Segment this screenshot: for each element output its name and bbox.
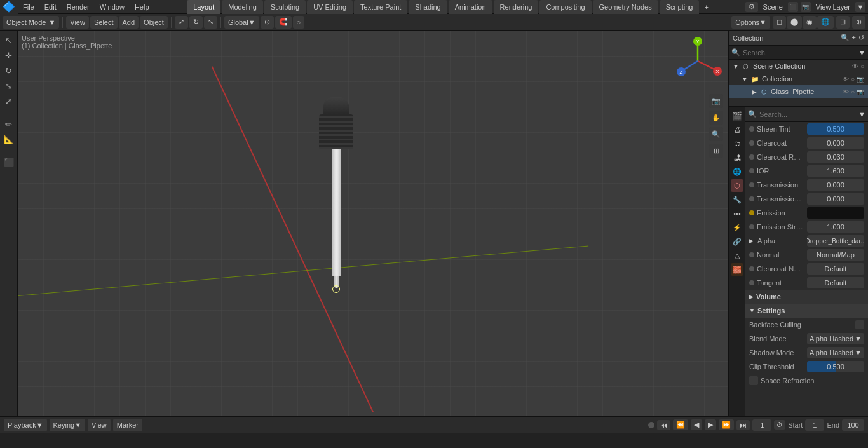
gizmo-btn[interactable]: ⊕ [852,16,865,29]
transform-scale[interactable]: ⤡ [204,16,217,29]
overlay-btn[interactable]: ⊞ [836,16,850,29]
clearcoat-normal-value[interactable]: Default [807,263,864,275]
outliner-select-circle[interactable]: ○ [860,63,864,70]
emission-strength-dot[interactable] [749,224,754,229]
view-menu[interactable]: View [66,16,89,29]
viewport-gizmo[interactable]: Y X Z [672,36,723,86]
tab-layout[interactable]: Layout [187,0,220,14]
tab-animation[interactable]: Animation [449,0,492,14]
end-frame[interactable]: 100 [842,419,864,431]
clearcoat-value[interactable]: 0.000 [807,137,864,149]
outliner-search-input[interactable] [743,49,856,57]
next-frame[interactable]: ⏩ [719,419,734,430]
prop-icon-data[interactable]: △ [731,249,743,262]
alpha-expand[interactable]: ▶ [749,238,754,244]
emission-dot[interactable] [749,210,754,215]
clearcoat-normal-dot[interactable] [749,266,754,271]
menu-edit[interactable]: Edit [39,0,62,14]
blend-mode-dropdown[interactable]: Alpha Hashed ▼ [807,333,864,344]
prop-search-input[interactable] [759,111,856,118]
tab-uv-editing[interactable]: UV Editing [307,0,353,14]
alpha-value[interactable]: Dropper_Bottle_dar... [807,235,864,247]
clearcoat-roughness-value[interactable]: 0.030 [807,151,864,163]
prop-filter-icon[interactable]: ▼ [858,111,865,118]
prop-icon-output[interactable]: 🖨 [731,123,743,136]
transform-space[interactable]: Global ▼ [224,16,259,29]
prop-icon-world[interactable]: 🌐 [731,165,743,178]
coll-circle[interactable]: ○ [851,76,855,83]
menu-render[interactable]: Render [62,0,95,14]
transmission-r-value[interactable]: 0.000 [807,193,864,205]
tool-annotate[interactable]: ✏ [2,117,16,131]
tab-geometry-nodes[interactable]: Geometry Nodes [593,0,658,14]
transform-arrows[interactable]: ⤢ [175,16,188,29]
ior-dot[interactable] [749,168,754,173]
keying-btn[interactable]: Keying ▼ [50,419,86,431]
start-frame[interactable]: 1 [805,419,824,431]
tab-modeling[interactable]: Modeling [222,0,263,14]
options-btn[interactable]: Options ▼ [731,16,770,29]
shadow-mode-dropdown[interactable]: Alpha Hashed ▼ [807,347,864,358]
timeline-area[interactable]: 0 10 20 30 40 50 60 70 80 90 100 110 120… [0,433,868,448]
tool-transform[interactable]: ⤢ [2,94,16,108]
clearcoat-roughness-dot[interactable] [749,154,754,160]
sheen-tint-value[interactable]: 0.500 [807,123,864,135]
prop-icon-scene[interactable]: 🏞 [731,151,743,164]
filter-icon[interactable]: ▼ [855,2,865,12]
prop-icon-physics[interactable]: ⚡ [731,221,743,234]
tangent-dot[interactable] [749,280,754,285]
app-icon[interactable]: 🔷 [0,0,18,14]
transmission-dot[interactable] [749,182,754,187]
add-menu[interactable]: Add [119,16,139,29]
prop-icon-object[interactable]: ⬡ [731,179,743,192]
proportional-btn[interactable]: ○ [293,16,305,29]
tool-rotate[interactable]: ↻ [2,64,16,78]
prop-icon-render[interactable]: 🎬 [731,109,743,122]
prop-icon-modifier[interactable]: 🔧 [731,193,743,206]
clip-threshold-slider[interactable]: 0.500 [807,361,864,372]
clearcoat-dot[interactable] [749,140,754,146]
outliner-add[interactable]: + [852,34,856,42]
playback-btn[interactable]: Playback ▼ [4,419,47,431]
transmission-r-dot[interactable] [749,196,754,201]
tool-add-cube[interactable]: ⬛ [2,155,16,169]
normal-dot[interactable] [749,252,754,257]
scene-name[interactable]: Scene [761,3,785,11]
menu-window[interactable]: Window [95,0,130,14]
outliner-filter[interactable]: 🔍 [841,34,850,42]
current-frame[interactable]: 1 [752,419,771,431]
tab-sculpting[interactable]: Sculpting [264,0,306,14]
outliner-eye[interactable]: 👁 [852,63,858,70]
outliner-glass-pipette[interactable]: ▶ ⬡ Glass_Pipette 👁 ○ 📷 [729,85,868,98]
scene-view-icon[interactable]: 📷 [801,2,811,12]
outliner-scene-collection[interactable]: ▼ ⬡ Scene Collection 👁 ○ [729,60,868,72]
viewport-zoom-icon[interactable]: 🔍 [709,127,723,141]
tool-move[interactable]: ✛ [2,48,16,62]
mesh-camera[interactable]: 📷 [857,88,864,95]
prop-icon-view-layer[interactable]: 🗂 [731,137,743,150]
play-stop[interactable]: ▶ [705,419,716,430]
backface-checkbox[interactable] [855,320,864,329]
viewport-quad-icon[interactable]: ⊞ [709,144,723,158]
object-menu[interactable]: Object [140,16,168,29]
shading-wireframe[interactable]: ◻ [773,16,786,29]
tab-compositing[interactable]: Compositing [539,0,591,14]
menu-file[interactable]: File [18,0,39,14]
viewport-camera-icon[interactable]: 📷 [709,94,723,108]
mesh-eye[interactable]: 👁 [843,88,849,95]
emission-strength-value[interactable]: 1.000 [807,221,864,233]
play-back[interactable]: ◀ [691,419,702,430]
prop-icon-constraints[interactable]: 🔗 [731,235,743,248]
tool-scale[interactable]: ⤡ [2,79,16,93]
frame-jump-icon[interactable]: ⏱ [774,420,785,430]
view-layer-name[interactable]: View Layer [813,3,853,11]
emission-value[interactable] [807,207,864,219]
tangent-value[interactable]: Default [807,277,864,288]
expand-icon[interactable]: ⬛ [788,2,798,12]
tab-shading[interactable]: Shading [409,0,447,14]
snap-btn[interactable]: 🧲 [275,16,292,29]
normal-value[interactable]: Normal/Map [807,249,864,261]
transmission-value[interactable]: 0.000 [807,179,864,191]
shading-material[interactable]: ◉ [803,16,817,29]
view-btn[interactable]: View [88,419,111,431]
